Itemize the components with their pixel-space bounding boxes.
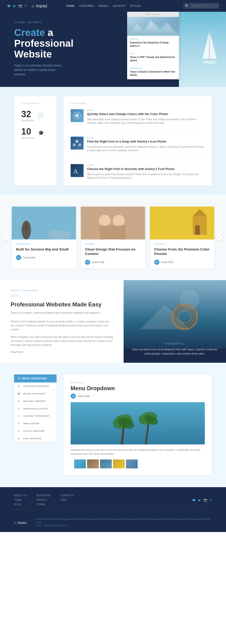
thumbnail-2[interactable] xyxy=(87,460,99,468)
portfolio-title-1[interactable]: Built for Screens Big and Small xyxy=(16,247,72,252)
blog-content-1: BLOG Quickly Select and Change Colors wi… xyxy=(87,109,205,125)
nav-pages[interactable]: PAGES xyxy=(99,4,108,7)
sidebar-item-label-3: MULTIPLE PRESETS xyxy=(23,400,46,402)
this-week-label: THIS WEEK xyxy=(71,102,205,104)
footer-col-1: ABOUT US TEAM BLOG xyxy=(14,494,27,506)
footer-link-terms[interactable]: TERMS xyxy=(37,503,51,506)
read-more-link[interactable]: Read More xyxy=(11,350,113,353)
logo-text: topaz xyxy=(36,4,48,8)
thumb-prev[interactable]: ‹ xyxy=(71,462,73,466)
nav-features[interactable]: FEATURES xyxy=(79,4,94,7)
article-heading-label: HEADING xyxy=(71,382,205,384)
author-name-2: Grace Kelly xyxy=(92,261,104,264)
framework-section: GANTRY FRAMEWORK ◁ ▷ Professional Websit… xyxy=(0,280,226,363)
blog-desc-3: Want to pick the perfect font for your c… xyxy=(87,172,205,180)
sidebar-item-icon-6: ✎ xyxy=(18,422,21,425)
sidebar-item-multiple-presets[interactable]: ◈ MULTIPLE PRESETS xyxy=(14,398,57,405)
footer-bottom: ⌂ topaz All demo content is for sample p… xyxy=(14,514,212,527)
portfolio-prev-button[interactable]: ‹ xyxy=(4,234,10,241)
sidebar-item-block-variations[interactable]: ▦ BLOCK VARIATIONS xyxy=(14,390,57,398)
thumbnail-row: ‹ › xyxy=(71,460,205,468)
framework-bg-image xyxy=(124,280,226,349)
footer-link-contacts[interactable]: CONTACTS xyxy=(60,494,74,497)
blog-title-1[interactable]: Quickly Select and Change Colors with th… xyxy=(87,112,205,116)
portfolio-card-body-1: RESPONSIVE Built for Screens Big and Sma… xyxy=(12,240,76,264)
sidebar-item-easy-settings[interactable]: ⚙ EASY SETTINGS xyxy=(14,435,57,442)
footer-logo: ⌂ topaz xyxy=(14,521,27,524)
sidebar-item-custom-typography[interactable]: T CUSTOM TYPOGRAPHY xyxy=(14,412,57,420)
footer-instagram-icon[interactable]: 📷 xyxy=(203,498,207,502)
sidebar-item-menu-editor[interactable]: ✎ MENU EDITOR xyxy=(14,420,57,427)
footer-link-jobs[interactable]: JOBS xyxy=(60,499,74,501)
main-nav: HOME FEATURES PAGES LAYOUTS STYLES xyxy=(66,4,141,7)
search-icon[interactable]: 🔍 xyxy=(183,3,191,9)
thumbnail-3[interactable] xyxy=(100,460,112,468)
portfolio-section: ‹ › RESPONSIVE Built for Screens Big and… xyxy=(0,195,226,280)
articles-count: 32 xyxy=(21,109,34,119)
nav-styles[interactable]: STYLES xyxy=(130,4,141,7)
portfolio-title-2[interactable]: Clean Design that Focuses on Content xyxy=(85,247,141,256)
authors-icon: 🎓 xyxy=(38,130,44,136)
svg-text:A: A xyxy=(73,167,78,175)
thumbnail-1[interactable] xyxy=(74,460,86,468)
framework-visual: POWERFUL Save countless hours of develop… xyxy=(124,280,226,363)
portfolio-card-image-3 xyxy=(150,206,214,240)
portfolio-author-3: GK Grace Kelly xyxy=(154,260,210,265)
framework-nav-prev[interactable]: ◁ xyxy=(11,294,13,297)
blog-tag-1: BLOG xyxy=(87,109,205,111)
portfolio-card-image-2 xyxy=(81,206,145,240)
thumbnail-4[interactable] xyxy=(113,460,125,468)
portfolio-cards: RESPONSIVE Built for Screens Big and Sma… xyxy=(12,206,214,268)
footer-link-privacy[interactable]: PRIVACY xyxy=(37,499,51,501)
portfolio-tag-1: RESPONSIVE xyxy=(16,243,72,245)
sidebar-item-label-7: LAYOUT MANAGER xyxy=(23,430,45,432)
nav-layouts[interactable]: LAYOUTS xyxy=(113,4,126,7)
footer-link-advertise[interactable]: ADVERTISE xyxy=(37,494,51,497)
thumb-next[interactable]: › xyxy=(139,462,141,466)
instagram-icon[interactable]: 📷 xyxy=(18,4,22,8)
sidebar-item-unlimited-positions[interactable]: ⊞ UNLIMITED POSITIONS xyxy=(14,382,57,390)
nav-home[interactable]: HOME xyxy=(66,4,75,7)
powerful-desc: Save countless hours of development time… xyxy=(131,348,219,356)
footer-twitter-icon[interactable]: 🐦 xyxy=(192,498,196,502)
thumbnail-5[interactable] xyxy=(126,460,138,468)
authors-label: New Authors xyxy=(21,137,35,139)
svg-point-14 xyxy=(48,230,71,240)
this-week-card: THIS WEEK BLOG Quickly Select and Change… xyxy=(64,96,212,186)
svg-rect-29 xyxy=(71,402,205,444)
author-avatar-2: GK xyxy=(85,260,90,265)
svg-rect-22 xyxy=(195,226,200,235)
twitter-icon[interactable]: 🐦 xyxy=(7,4,11,8)
youtube-icon[interactable]: ▶ xyxy=(14,4,16,8)
authors-count: 10 xyxy=(21,126,35,137)
svg-point-8 xyxy=(73,144,76,146)
blog-title-3[interactable]: Choose the Right Font in Seconds with Ga… xyxy=(87,167,205,171)
site-header: 🐦 ▶ 📷 P ⌂ topaz HOME FEATURES PAGES LAYO… xyxy=(0,0,226,12)
footer-link-blog[interactable]: BLOG xyxy=(14,503,27,506)
hero-description: Topaz is an extremely versatile theme, p… xyxy=(14,64,66,77)
sidebar-item-responsive-layout[interactable]: ⊡ RESPONSIVE LAYOUT xyxy=(14,405,57,412)
portfolio-card-2: MODERN Clean Design that Focuses on Cont… xyxy=(81,206,145,268)
blog-title-2[interactable]: Find the Right Icon in a Snap with Gantr… xyxy=(87,140,205,144)
sidebar-item-layout-manager[interactable]: ⊟ LAYOUT MANAGER xyxy=(14,427,57,435)
portfolio-next-button[interactable]: › xyxy=(216,234,222,241)
article-author-name: Grace Kelly xyxy=(78,395,90,398)
portfolio-title-3[interactable]: Choose From Six Premium Color Presets xyxy=(154,247,210,256)
portfolio-tag-2: MODERN xyxy=(85,243,141,245)
blog-item-3: A BLOG Choose the Right Font in Seconds … xyxy=(71,164,205,180)
sidebar-item-label-6: MENU EDITOR xyxy=(23,422,39,425)
search-bar: 🔍 xyxy=(183,3,219,9)
author-avatar-3: GK xyxy=(154,260,159,265)
footer-link-about[interactable]: ABOUT US xyxy=(14,494,27,497)
footer-link-team[interactable]: TEAM xyxy=(14,499,27,501)
search-input[interactable] xyxy=(191,3,219,8)
pinterest-icon[interactable]: P xyxy=(25,4,27,8)
svg-point-7 xyxy=(76,140,78,143)
portfolio-author-1: GK Grace Kelly xyxy=(16,255,72,260)
footer-pinterest-icon[interactable]: P xyxy=(210,498,212,502)
framework-nav: ◁ ▷ xyxy=(11,294,113,297)
footer-youtube-icon[interactable]: ▶ xyxy=(198,498,201,502)
hero-title: Create aProfessionalWebsite xyxy=(14,27,212,60)
logo[interactable]: ⌂ topaz xyxy=(32,4,48,8)
framework-nav-next[interactable]: ▷ xyxy=(15,294,18,297)
